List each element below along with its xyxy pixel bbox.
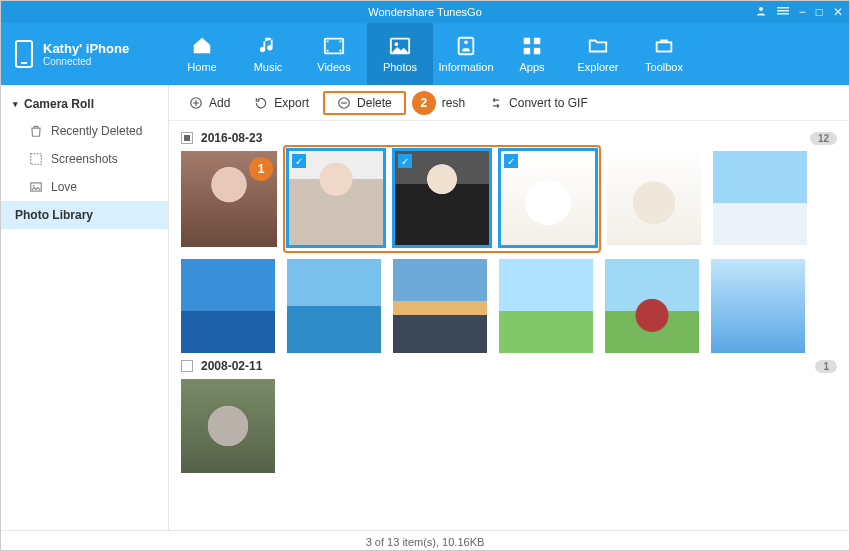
tab-music[interactable]: Music	[235, 23, 301, 85]
export-button[interactable]: Export	[244, 92, 319, 114]
sidebar-item-photo-library[interactable]: Photo Library	[1, 201, 168, 229]
svg-point-20	[33, 185, 35, 187]
tab-photos-label: Photos	[383, 61, 417, 73]
sidebar-item-love[interactable]: Love	[1, 173, 168, 201]
sidebar-section-label: Camera Roll	[24, 97, 94, 111]
sidebar: ▾ Camera Roll Recently Deleted Screensho…	[1, 85, 169, 530]
home-icon	[190, 35, 214, 57]
tab-home[interactable]: Home	[169, 23, 235, 85]
header: Kathy' iPhone Connected Home Music Video…	[1, 23, 849, 85]
photo-thumb[interactable]	[393, 259, 487, 353]
check-icon: ✓	[504, 154, 518, 168]
trash-icon	[29, 124, 43, 138]
convert-icon	[489, 96, 503, 110]
photo-scroll[interactable]: 2016-08-23 12 1 ✓ ✓ ✓	[169, 121, 849, 530]
svg-rect-5	[327, 41, 329, 43]
content: Add Export Delete 2 resh Convert to GIF	[169, 85, 849, 530]
svg-rect-18	[31, 154, 42, 165]
convert-label: Convert to GIF	[509, 96, 588, 110]
photos-icon	[388, 35, 412, 57]
music-icon	[256, 35, 280, 57]
date-group-header[interactable]: 2008-02-11 1	[181, 359, 837, 373]
photo-thumb[interactable]	[605, 259, 699, 353]
tab-videos[interactable]: Videos	[301, 23, 367, 85]
svg-rect-3	[777, 13, 789, 15]
delete-label: Delete	[357, 96, 392, 110]
group-checkbox[interactable]	[181, 132, 193, 144]
tab-home-label: Home	[187, 61, 216, 73]
export-label: Export	[274, 96, 309, 110]
check-icon: ✓	[292, 154, 306, 168]
collapse-icon: ▾	[13, 99, 18, 109]
svg-rect-13	[524, 38, 530, 44]
photo-thumb[interactable]	[499, 259, 593, 353]
toolbar: Add Export Delete 2 resh Convert to GIF	[169, 85, 849, 121]
tab-explorer[interactable]: Explorer	[565, 23, 631, 85]
minus-icon	[337, 96, 351, 110]
apps-icon	[520, 35, 544, 57]
group-checkbox[interactable]	[181, 360, 193, 372]
device-name: Kathy' iPhone	[43, 41, 129, 56]
export-icon	[254, 96, 268, 110]
menu-icon[interactable]	[777, 5, 789, 20]
refresh-button[interactable]: resh	[442, 92, 475, 114]
svg-rect-6	[327, 50, 329, 52]
tab-toolbox[interactable]: Toolbox	[631, 23, 697, 85]
photo-thumb[interactable]	[607, 151, 701, 245]
tab-information[interactable]: Information	[433, 23, 499, 85]
group-date: 2016-08-23	[201, 131, 262, 145]
tab-photos[interactable]: Photos	[367, 23, 433, 85]
convert-gif-button[interactable]: Convert to GIF	[479, 92, 598, 114]
minimize-button[interactable]: −	[799, 5, 806, 19]
add-button[interactable]: Add	[179, 92, 240, 114]
phone-icon	[15, 40, 33, 68]
annotation-step-1: 1	[249, 157, 273, 181]
photo-grid: 1 ✓ ✓ ✓	[181, 151, 837, 353]
svg-rect-15	[524, 48, 530, 54]
device-panel[interactable]: Kathy' iPhone Connected	[1, 23, 169, 85]
photo-thumb[interactable]	[711, 259, 805, 353]
tab-music-label: Music	[254, 61, 283, 73]
tab-explorer-label: Explorer	[578, 61, 619, 73]
check-icon: ✓	[398, 154, 412, 168]
tab-information-label: Information	[438, 61, 493, 73]
photo-thumb[interactable]: ✓	[395, 151, 489, 245]
add-label: Add	[209, 96, 230, 110]
svg-rect-2	[777, 10, 789, 12]
sidebar-item-screenshots[interactable]: Screenshots	[1, 145, 168, 173]
information-icon	[454, 35, 478, 57]
app-title: Wondershare TunesGo	[368, 6, 482, 18]
videos-icon	[322, 35, 346, 57]
svg-rect-14	[534, 38, 540, 44]
sidebar-item-label: Screenshots	[51, 152, 118, 166]
tab-apps[interactable]: Apps	[499, 23, 565, 85]
svg-rect-1	[777, 7, 789, 9]
plus-icon	[189, 96, 203, 110]
sidebar-item-recently-deleted[interactable]: Recently Deleted	[1, 117, 168, 145]
user-icon[interactable]	[755, 5, 767, 20]
svg-rect-17	[657, 42, 672, 51]
delete-button[interactable]: Delete	[323, 91, 406, 115]
close-button[interactable]: ✕	[833, 5, 843, 19]
svg-point-12	[464, 41, 468, 45]
titlebar: Wondershare TunesGo − □ ✕	[1, 1, 849, 23]
photo-thumb[interactable]: 1	[181, 151, 277, 247]
explorer-icon	[586, 35, 610, 57]
date-group-header[interactable]: 2016-08-23 12	[181, 131, 837, 145]
group-date: 2008-02-11	[201, 359, 262, 373]
device-status: Connected	[43, 56, 129, 67]
photo-thumb[interactable]	[713, 151, 807, 245]
photo-thumb[interactable]: ✓	[289, 151, 383, 245]
sidebar-section-camera-roll[interactable]: ▾ Camera Roll	[1, 91, 168, 117]
photo-thumb[interactable]	[287, 259, 381, 353]
photo-thumb[interactable]: ✓	[501, 151, 595, 245]
tab-videos-label: Videos	[317, 61, 350, 73]
tab-toolbox-label: Toolbox	[645, 61, 683, 73]
photo-thumb[interactable]	[181, 259, 275, 353]
photo-thumb[interactable]	[181, 379, 275, 473]
svg-rect-7	[340, 41, 342, 43]
group-count-badge: 12	[810, 132, 837, 145]
maximize-button[interactable]: □	[816, 5, 823, 19]
sidebar-item-label: Love	[51, 180, 77, 194]
group-count-badge: 1	[815, 360, 837, 373]
